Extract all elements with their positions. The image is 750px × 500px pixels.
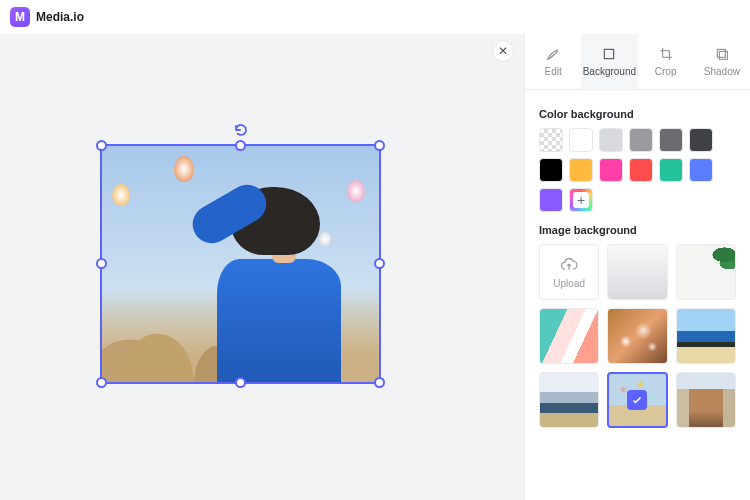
image-bg-grid: Upload [539,244,736,428]
tab-crop[interactable]: Crop [638,34,694,89]
square-icon [601,46,617,62]
swatch-gray-200[interactable] [599,128,623,152]
topbar: M Media.io [0,0,750,34]
resize-handle-nw[interactable] [96,140,107,151]
svg-rect-1 [717,49,725,57]
tab-background[interactable]: Background [581,34,637,89]
resize-handle-sw[interactable] [96,377,107,388]
swatch-gray-800[interactable] [689,128,713,152]
selected-check-icon [627,390,647,410]
resize-handle-s[interactable] [235,377,246,388]
image-bg-warm-bokeh[interactable] [607,308,667,364]
image-bg-street[interactable] [676,372,736,428]
tab-label: Edit [545,66,562,77]
swatch-violet[interactable] [539,188,563,212]
swatch-gray-600[interactable] [659,128,683,152]
swatch-red[interactable] [629,158,653,182]
canvas-area[interactable]: ✕ [0,34,524,500]
tab-label: Crop [655,66,677,77]
swatch-black[interactable] [539,158,563,182]
crop-icon [658,46,674,62]
image-bg-balloons[interactable] [607,372,667,428]
swatch-white[interactable] [569,128,593,152]
shadow-icon [714,46,730,62]
logo-text: Media.io [36,10,84,24]
logo-mark: M [10,7,30,27]
svg-rect-2 [719,51,727,59]
swatch-gray-400[interactable] [629,128,653,152]
resize-handle-n[interactable] [235,140,246,151]
swatch-blue[interactable] [689,158,713,182]
swatch-transparent[interactable] [539,128,563,152]
tab-shadow[interactable]: Shadow [694,34,750,89]
resize-handle-se[interactable] [374,377,385,388]
svg-rect-0 [605,49,614,58]
swatch-amber[interactable] [569,158,593,182]
rotate-handle[interactable] [233,122,249,138]
image-bg-leaves[interactable] [676,244,736,300]
cloud-upload-icon [559,254,579,274]
selected-image[interactable] [100,144,381,384]
tab-strip: Edit Background Crop Shadow [525,34,750,90]
swatch-add[interactable] [569,188,593,212]
tab-label: Background [583,66,636,77]
swatch-teal[interactable] [659,158,683,182]
tab-edit[interactable]: Edit [525,34,581,89]
image-bg-coast[interactable] [676,308,736,364]
section-title-image: Image background [539,224,736,236]
resize-handle-w[interactable] [96,258,107,269]
upload-image-button[interactable]: Upload [539,244,599,300]
resize-handle-e[interactable] [374,258,385,269]
image-bg-pastel-stripes[interactable] [539,308,599,364]
color-swatches [539,128,736,212]
workspace: ✕ Edit [0,34,750,500]
close-button[interactable]: ✕ [492,40,514,62]
swatch-pink[interactable] [599,158,623,182]
upload-label: Upload [553,278,585,289]
close-icon: ✕ [498,44,508,58]
image-bg-soft-gradient[interactable] [607,244,667,300]
section-title-color: Color background [539,108,736,120]
image-content [102,146,379,382]
sidebar: Edit Background Crop Shadow Color backgr… [524,34,750,500]
brush-icon [545,46,561,62]
panel: Color background Image background Upload [525,90,750,446]
tab-label: Shadow [704,66,740,77]
image-bg-mountains[interactable] [539,372,599,428]
resize-handle-ne[interactable] [374,140,385,151]
